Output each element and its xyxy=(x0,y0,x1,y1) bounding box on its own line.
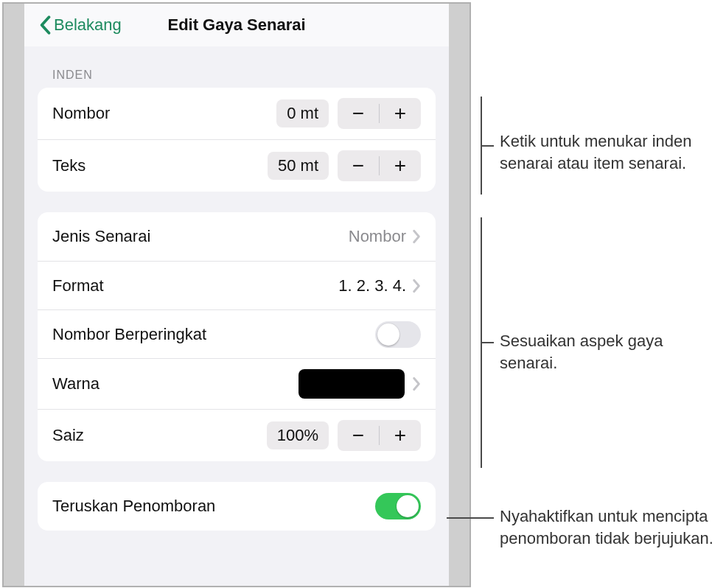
chevron-right-icon xyxy=(412,377,421,391)
list-type-value: Nombor xyxy=(349,227,406,246)
size-increment[interactable]: + xyxy=(380,420,421,451)
color-label: Warna xyxy=(52,374,299,393)
indent-text-label: Teks xyxy=(52,156,268,175)
toggle-knob xyxy=(377,323,399,346)
chevron-left-icon xyxy=(38,15,52,35)
ranked-number-label: Nombor Berperingkat xyxy=(52,325,375,344)
continue-row: Teruskan Penomboran xyxy=(38,482,436,531)
indent-group: Nombor 0 mt − + Teks 50 mt − + xyxy=(38,88,436,192)
ranked-number-toggle[interactable] xyxy=(375,321,421,348)
indent-number-row: Nombor 0 mt − + xyxy=(38,88,436,139)
continue-group: Teruskan Penomboran xyxy=(38,482,436,531)
continue-label: Teruskan Penomboran xyxy=(52,497,375,516)
continue-toggle[interactable] xyxy=(375,493,421,519)
chevron-right-icon xyxy=(412,279,421,293)
list-type-label: Jenis Senarai xyxy=(52,227,349,246)
callout-connector xyxy=(481,145,494,147)
size-decrement[interactable]: − xyxy=(338,420,379,451)
style-group: Jenis Senarai Nombor Format 1. 2. 3. 4. … xyxy=(38,212,436,461)
indent-number-stepper: − + xyxy=(338,98,421,129)
callout-continue: Nyahaktifkan untuk mencipta penomboran t… xyxy=(500,505,721,549)
callout-style: Sesuaikan aspek gaya senarai. xyxy=(500,330,721,374)
navbar: Belakang Edit Gaya Senarai xyxy=(24,4,449,46)
color-swatch xyxy=(299,369,405,399)
indent-number-label: Nombor xyxy=(52,104,276,123)
indent-text-decrement[interactable]: − xyxy=(338,150,379,181)
back-button[interactable]: Belakang xyxy=(38,15,122,35)
settings-scroll[interactable]: Belakang Edit Gaya Senarai INDEN Nombor … xyxy=(24,4,449,586)
format-value: 1. 2. 3. 4. xyxy=(338,276,406,295)
size-stepper: − + xyxy=(338,420,421,451)
toggle-knob xyxy=(397,495,419,517)
settings-panel: Belakang Edit Gaya Senarai INDEN Nombor … xyxy=(2,2,471,587)
indent-text-stepper: − + xyxy=(338,150,421,181)
indent-text-value[interactable]: 50 mt xyxy=(268,152,329,180)
callout-connector xyxy=(447,517,494,519)
indent-number-value[interactable]: 0 mt xyxy=(276,99,329,127)
ranked-number-row: Nombor Berperingkat xyxy=(38,309,436,358)
chevron-right-icon xyxy=(412,229,421,244)
size-row: Saiz 100% − + xyxy=(38,409,436,461)
indent-number-decrement[interactable]: − xyxy=(338,98,379,129)
color-row[interactable]: Warna xyxy=(38,358,436,409)
size-value[interactable]: 100% xyxy=(267,421,329,449)
size-label: Saiz xyxy=(52,426,267,445)
format-row[interactable]: Format 1. 2. 3. 4. xyxy=(38,261,436,309)
indent-number-increment[interactable]: + xyxy=(380,98,421,129)
list-type-row[interactable]: Jenis Senarai Nombor xyxy=(38,212,436,261)
back-label: Belakang xyxy=(54,15,122,35)
section-header-indent: INDEN xyxy=(24,46,449,88)
indent-text-increment[interactable]: + xyxy=(380,150,421,181)
callout-indent: Ketik untuk menukar inden senarai atau i… xyxy=(500,130,721,174)
callout-connector xyxy=(481,342,494,343)
format-label: Format xyxy=(52,276,338,295)
indent-text-row: Teks 50 mt − + xyxy=(38,139,436,192)
